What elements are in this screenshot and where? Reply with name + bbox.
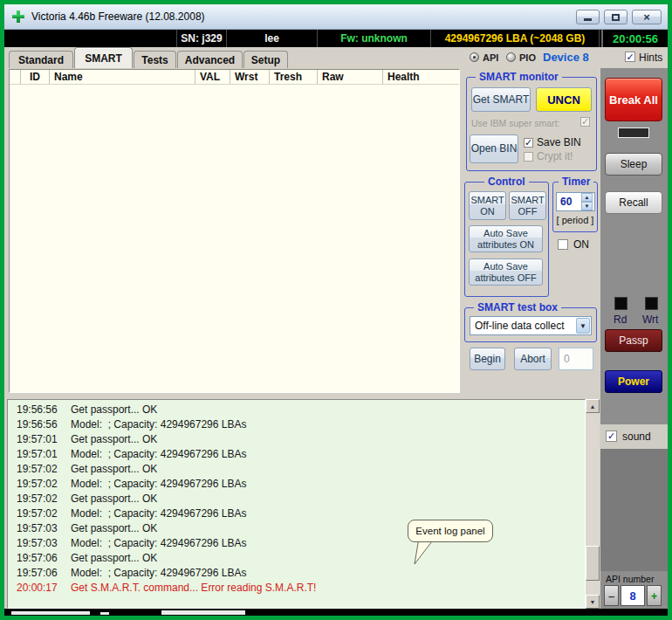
save-bin-label: Save BIN xyxy=(537,136,581,148)
log-message: Model: ; Capacity: 4294967296 LBAs xyxy=(71,418,246,433)
window-title: Victoria 4.46b Freeware (12.08.2008) xyxy=(31,10,205,23)
timer-spin-controls: ▲ ▼ xyxy=(581,193,593,210)
api-radio[interactable] xyxy=(470,52,479,62)
header-spacer xyxy=(10,70,21,84)
log-rows: 19:56:56Get passport... OK 19:56:56Model… xyxy=(8,400,585,596)
open-bin-button[interactable]: Open BIN xyxy=(470,134,518,163)
log-time: 19:56:56 xyxy=(17,403,71,418)
header-name: Name xyxy=(50,70,195,84)
minimize-button[interactable] xyxy=(576,10,600,24)
tab-tests[interactable]: Tests xyxy=(134,51,176,68)
crypt-it-checkbox[interactable] xyxy=(524,152,533,162)
test-counter-field[interactable] xyxy=(559,348,593,370)
control-title: Control xyxy=(484,176,529,188)
smart-on-button[interactable]: SMART ON xyxy=(469,191,506,220)
hints-checkbox[interactable]: ✓ xyxy=(625,52,635,62)
log-message: Get passport... OK xyxy=(71,403,157,418)
log-time: 19:56:56 xyxy=(17,418,71,433)
begin-button[interactable]: Begin xyxy=(470,348,505,370)
save-bin-checkbox[interactable]: ✓ xyxy=(524,138,533,148)
device-label: Device 8 xyxy=(543,51,589,64)
dropdown-arrow-button[interactable]: ▼ xyxy=(576,318,590,334)
clock: 20:00:56 xyxy=(601,30,668,47)
sound-label: sound xyxy=(622,431,651,443)
scroll-thumb[interactable] xyxy=(586,546,600,581)
arrow-down-icon: ▼ xyxy=(590,599,596,605)
clipped-text-fragment xyxy=(11,611,90,615)
sleep-button[interactable]: Sleep xyxy=(605,153,662,176)
uncn-button[interactable]: UNCN xyxy=(536,87,592,112)
scroll-down-button[interactable]: ▼ xyxy=(586,595,600,609)
tab-smart[interactable]: SMART xyxy=(74,47,133,68)
scroll-up-button[interactable]: ▲ xyxy=(586,399,600,413)
timer-input[interactable] xyxy=(557,193,581,210)
smart-table-header: ID Name VAL Wrst Tresh Raw Health xyxy=(10,70,459,85)
passp-button[interactable]: Passp xyxy=(605,329,662,352)
pio-label: PIO xyxy=(519,52,536,63)
log-scrollbar[interactable]: ▲ ▼ xyxy=(586,399,600,609)
pio-radio[interactable] xyxy=(506,52,516,62)
tab-bar: Standard SMART Tests Advanced Setup API … xyxy=(4,47,668,68)
spin-up-button[interactable]: ▲ xyxy=(581,193,593,202)
api-value: 8 xyxy=(621,585,645,606)
log-message: Model: ; Capacity: 4294967296 LBAs xyxy=(71,448,246,463)
break-all-button[interactable]: Break All xyxy=(605,78,662,121)
log-message: Model: ; Capacity: 4294967296 LBAs xyxy=(71,537,246,552)
sound-checkbox[interactable]: ✓ xyxy=(606,431,617,442)
use-ibm-checkbox[interactable]: ✓ xyxy=(580,117,590,127)
smart-monitor-title: SMART monitor xyxy=(476,71,562,83)
log-row: 19:57:02Get passport... OK xyxy=(8,463,585,478)
maximize-button[interactable] xyxy=(604,10,627,24)
autosave-on-button[interactable]: Auto Save attributes ON xyxy=(469,225,543,252)
log-row: 19:57:02Get passport... OK xyxy=(8,493,585,507)
victoria-window: Victoria 4.46b Freeware (12.08.2008) × S… xyxy=(0,0,672,620)
arrow-up-icon: ▲ xyxy=(585,194,590,201)
recall-button[interactable]: Recall xyxy=(605,191,662,214)
log-row: 19:56:56Get passport... OK xyxy=(8,403,585,418)
api-increment-button[interactable]: + xyxy=(647,585,662,606)
api-decrement-button[interactable]: – xyxy=(604,585,619,606)
spin-down-button[interactable]: ▼ xyxy=(581,202,593,210)
drive-capacity: 4294967296 LBA (~2048 GB) xyxy=(431,30,600,47)
timer-on-checkbox[interactable] xyxy=(558,239,568,250)
log-time: 19:57:02 xyxy=(17,478,71,493)
log-message: Model: ; Capacity: 4294967296 LBAs xyxy=(71,478,246,493)
drive-model-section xyxy=(4,30,177,47)
plus-icon xyxy=(12,15,24,18)
autosave-off-button[interactable]: Auto Save attributes OFF xyxy=(469,258,543,286)
log-message: Get passport... OK xyxy=(71,552,157,567)
check-icon: ✓ xyxy=(626,52,634,62)
abort-button[interactable]: Abort xyxy=(514,348,552,370)
drive-info-bar: SN: j329 lee Fw: unknown 4294967296 LBA … xyxy=(4,30,668,47)
log-row-error: 20:00:17Get S.M.A.R.T. command... Error … xyxy=(8,582,585,596)
get-smart-button[interactable]: Get SMART xyxy=(471,87,531,112)
close-button[interactable]: × xyxy=(632,10,662,24)
header-wrst: Wrst xyxy=(230,70,270,84)
plus-icon: + xyxy=(651,589,658,603)
smart-test-box-title: SMART test box xyxy=(474,301,561,313)
tab-setup[interactable]: Setup xyxy=(243,51,288,68)
maximize-icon xyxy=(612,14,620,21)
log-message: Get passport... OK xyxy=(71,522,157,537)
smart-attribute-table[interactable]: ID Name VAL Wrst Tresh Raw Health xyxy=(9,69,460,393)
timer-title: Timer xyxy=(559,176,593,188)
tab-standard[interactable]: Standard xyxy=(9,51,73,68)
tab-advanced[interactable]: Advanced xyxy=(177,51,243,68)
drive-firmware: Fw: unknown xyxy=(318,30,431,47)
test-select[interactable]: Off-line data collect ▼ xyxy=(470,316,592,335)
log-message: Model: ; Capacity: 4294967296 LBAs xyxy=(71,567,246,582)
title-bar[interactable]: Victoria 4.46b Freeware (12.08.2008) × xyxy=(4,4,668,30)
log-message: Get passport... OK xyxy=(71,493,157,507)
log-time: 19:57:01 xyxy=(17,448,71,463)
power-button[interactable]: Power xyxy=(605,370,662,393)
bottom-status-bar xyxy=(4,609,668,616)
log-row: 19:57:02Model: ; Capacity: 4294967296 LB… xyxy=(8,507,585,522)
header-tresh: Tresh xyxy=(270,70,318,84)
log-time: 19:57:06 xyxy=(17,552,71,567)
log-row: 19:57:06Model: ; Capacity: 4294967296 LB… xyxy=(8,567,585,582)
chevron-down-icon: ▼ xyxy=(579,322,586,330)
arrow-up-icon: ▲ xyxy=(590,403,596,410)
api-label: API xyxy=(483,52,498,63)
smart-off-button[interactable]: SMART OFF xyxy=(509,191,546,220)
api-number-label: API number xyxy=(606,574,654,584)
